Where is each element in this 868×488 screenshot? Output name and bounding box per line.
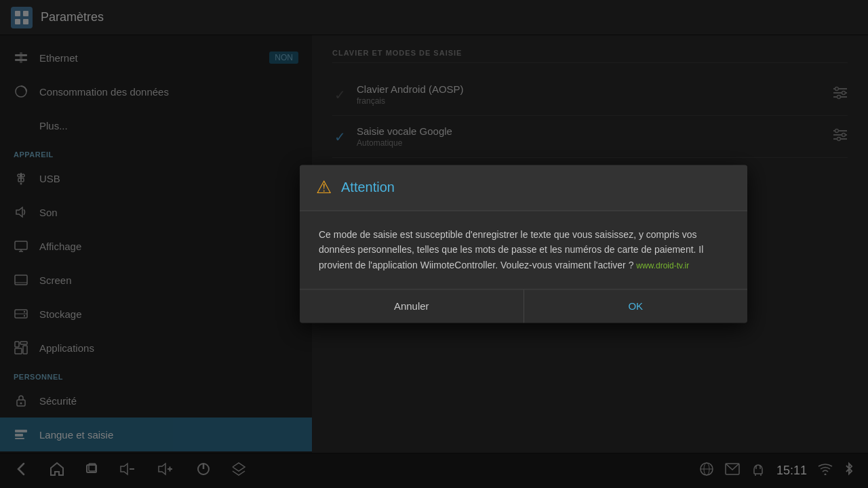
cancel-button[interactable]: Annuler xyxy=(300,290,524,323)
dialog-title: Attention xyxy=(341,180,395,195)
dialog-body: Ce mode de saisie est susceptible d'enre… xyxy=(300,211,747,289)
dialog-header: ⚠ Attention xyxy=(300,165,747,211)
warning-icon: ⚠ xyxy=(316,177,332,198)
attention-dialog: ⚠ Attention Ce mode de saisie est suscep… xyxy=(300,165,747,323)
dialog-buttons: Annuler OK xyxy=(300,289,747,323)
ok-button[interactable]: OK xyxy=(524,290,748,323)
watermark: www.droid-tv.ir xyxy=(636,261,689,270)
